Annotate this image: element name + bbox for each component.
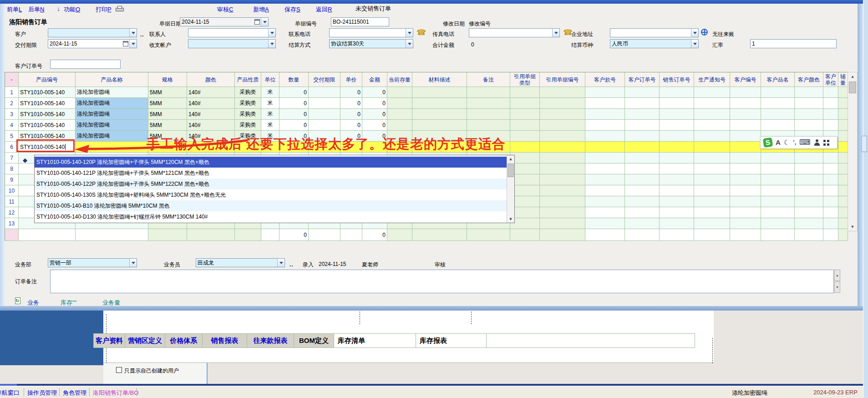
grid-cell[interactable]: [838, 163, 848, 174]
grid-cell[interactable]: [412, 120, 467, 131]
grid-cell[interactable]: [795, 218, 823, 229]
grid-cell[interactable]: [660, 163, 694, 174]
grid-cell[interactable]: [540, 109, 585, 120]
grid-cell[interactable]: [730, 196, 761, 207]
grid-cell[interactable]: STY1010-005-140: [19, 120, 76, 131]
chevron-down-icon[interactable]: [406, 29, 413, 37]
grid-cell[interactable]: [625, 131, 660, 142]
grid-cell[interactable]: [795, 207, 823, 218]
grid-cell[interactable]: [540, 87, 585, 98]
product-dropdown-item[interactable]: STY1010-005-140-122P 涤纶加密圆绳+子弹头 5MM*122C…: [35, 179, 507, 189]
grid-cell[interactable]: [761, 207, 795, 218]
grid-cell[interactable]: [838, 207, 848, 218]
grid-cell[interactable]: [761, 196, 795, 207]
grid-cell[interactable]: 5MM: [148, 120, 187, 131]
scroll-up-icon[interactable]: ▲: [507, 155, 514, 163]
grid-cell[interactable]: [309, 120, 340, 131]
grid-cell[interactable]: [730, 131, 761, 142]
grid-cell[interactable]: [412, 109, 467, 120]
grid-cell[interactable]: [823, 185, 838, 196]
grid-cell[interactable]: [761, 98, 795, 109]
grid-cell[interactable]: [795, 120, 823, 131]
row-number-cell[interactable]: 4: [5, 120, 19, 131]
grid-cell[interactable]: [585, 98, 625, 109]
settle-combo[interactable]: 协议结算30天: [329, 39, 413, 48]
grid-cell[interactable]: 140#: [187, 109, 235, 120]
grid-cell[interactable]: [838, 98, 848, 109]
grid-cell[interactable]: [625, 142, 660, 153]
grid-cell[interactable]: [730, 98, 761, 109]
grid-cell[interactable]: [730, 109, 761, 120]
grid-cell[interactable]: [625, 218, 660, 229]
grid-cell[interactable]: [823, 87, 838, 98]
grid-cell[interactable]: [730, 120, 761, 131]
chevron-down-icon[interactable]: [277, 259, 284, 267]
grid-cell[interactable]: [694, 109, 730, 120]
grid-cell[interactable]: [823, 120, 838, 131]
grid-cell[interactable]: [660, 185, 694, 196]
grid-cell[interactable]: 采购类: [235, 109, 261, 120]
background-tab-价格体系[interactable]: 价格体系: [165, 333, 203, 348]
grid-cell[interactable]: [625, 153, 660, 163]
grid-cell[interactable]: [540, 196, 585, 207]
grid-cell[interactable]: [694, 185, 730, 196]
grid-cell[interactable]: [730, 207, 761, 218]
scrollbar-thumb[interactable]: [849, 82, 856, 93]
grid-cell[interactable]: 涤纶加密圆绳: [76, 98, 148, 109]
grid-cell[interactable]: [585, 109, 625, 120]
rate-field[interactable]: 1: [750, 39, 837, 48]
grid-cell[interactable]: [795, 153, 823, 163]
grid-cell[interactable]: [540, 131, 585, 142]
grid-cell[interactable]: 0: [279, 98, 309, 109]
row-number-cell[interactable]: 13: [5, 218, 19, 229]
grid-cell[interactable]: [585, 174, 625, 185]
grid-cell[interactable]: 涤纶加密圆绳: [76, 120, 148, 131]
grid-cell[interactable]: [585, 120, 625, 131]
keyboard-icon[interactable]: ⌨: [799, 138, 811, 147]
grid-cell[interactable]: [387, 120, 412, 131]
ime-toolbar[interactable]: S A ☾ ’, ⌨: [760, 136, 838, 149]
grid-cell[interactable]: [838, 174, 848, 185]
grid-cell[interactable]: [540, 153, 585, 163]
order-remark-textarea[interactable]: [50, 270, 834, 293]
grid-cell[interactable]: [510, 98, 540, 109]
grid-cell[interactable]: [838, 142, 848, 153]
product-dropdown-item[interactable]: STY1010-005-140-B10 涤纶加密圆绳 5MM*10CM 黑色: [35, 200, 507, 211]
chevron-down-icon[interactable]: [261, 18, 268, 26]
grid-cell[interactable]: [467, 120, 510, 131]
grid-cell[interactable]: STY1010-005-140: [19, 109, 76, 120]
new-button[interactable]: 新增A: [253, 5, 269, 14]
grid-cell[interactable]: [795, 109, 823, 120]
grid-cell[interactable]: [838, 218, 848, 229]
row-number-cell[interactable]: 9: [5, 174, 19, 185]
grid-cell[interactable]: [694, 87, 730, 98]
phone-combo[interactable]: [329, 28, 413, 37]
row-number-cell[interactable]: 7: [5, 153, 19, 163]
grid-cell[interactable]: [761, 120, 795, 131]
bill-date-field[interactable]: 2024-11-15: [180, 17, 269, 26]
scrollbar-thumb[interactable]: [508, 163, 514, 177]
grid-cell[interactable]: [660, 218, 694, 229]
product-dropdown-item[interactable]: STY1010-005-140-121P 涤纶加密圆绳+子弹头 5MM*121C…: [35, 168, 507, 179]
scroll-up-icon[interactable]: ▲: [848, 72, 857, 81]
account-combo[interactable]: [188, 39, 276, 48]
row-number-cell[interactable]: 11: [5, 196, 19, 207]
grid-cell[interactable]: [467, 98, 510, 109]
grid-cell[interactable]: [625, 174, 660, 185]
grid-cell[interactable]: [585, 153, 625, 163]
grid-cell[interactable]: [387, 98, 412, 109]
grid-cell[interactable]: [660, 120, 694, 131]
grid-cell[interactable]: [761, 163, 795, 174]
grid-cell[interactable]: 采购类: [235, 120, 261, 131]
grid-cell[interactable]: [761, 153, 795, 163]
grid-cell[interactable]: [625, 207, 660, 218]
grid-cell[interactable]: [838, 109, 848, 120]
grid-cell[interactable]: [625, 87, 660, 98]
customer-order-no-field[interactable]: [50, 60, 121, 69]
row-number-cell[interactable]: 10: [5, 185, 19, 196]
grid-cell[interactable]: [795, 174, 823, 185]
grid-cell[interactable]: 140#: [187, 120, 235, 131]
function-menu-button[interactable]: 功能O: [64, 5, 80, 14]
grid-cell[interactable]: [761, 87, 795, 98]
grid-cell[interactable]: [625, 120, 660, 131]
